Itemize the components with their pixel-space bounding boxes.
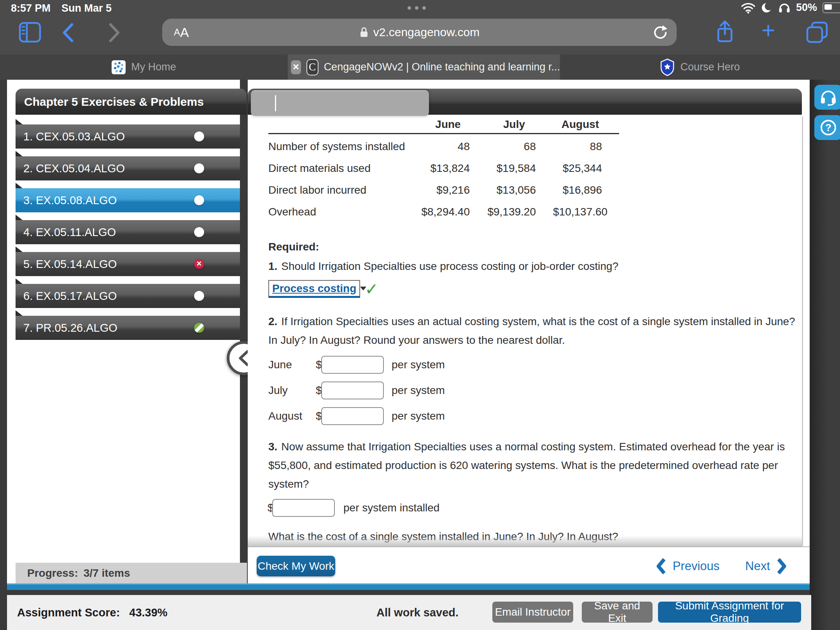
cell-value: 88	[553, 140, 619, 153]
table-row: Number of systems installed 48 68 88	[268, 139, 619, 154]
help-button[interactable]: ?	[814, 115, 840, 140]
item-status-partial-icon	[194, 323, 204, 333]
answer-row-august: August $ per system	[268, 407, 587, 425]
item-status-incorrect-icon	[194, 259, 204, 269]
lock-icon	[359, 26, 369, 38]
reload-button[interactable]	[652, 24, 668, 42]
previous-button[interactable]: Previous	[673, 559, 720, 573]
cell-value: $9,216	[421, 184, 487, 196]
row-label: Number of systems installed	[268, 140, 421, 153]
help-icon: ?	[819, 119, 837, 136]
question-1: 1. Should Irrigation Specialties use pro…	[268, 258, 618, 275]
question-number: 1.	[268, 260, 277, 273]
progress-status: Progress: 3/7 items	[16, 563, 247, 583]
unit-label: per system installed	[343, 502, 439, 514]
sidebar-toggle-icon	[19, 22, 41, 44]
sidebar-item-3-selected[interactable]: 3. EX.05.08.ALGO	[16, 188, 240, 212]
tab-my-home[interactable]: My Home	[0, 54, 288, 80]
back-button[interactable]	[60, 23, 77, 44]
address-bar[interactable]: AA v2.cengagenow.com	[162, 19, 677, 46]
question-2-line2: In July? In August? Round your answers t…	[268, 332, 565, 349]
august-cost-input[interactable]	[321, 407, 384, 425]
cell-value: $8,294.40	[421, 206, 487, 218]
tab-close-button[interactable]: ×	[291, 60, 301, 74]
required-heading: Required:	[268, 238, 319, 256]
assignment-footer: Assignment Score: 43.39% All work saved.…	[7, 595, 811, 630]
action-bar: Check My Work Previous Next	[248, 547, 810, 583]
cell-value: $19,584	[487, 162, 553, 175]
table-row: Direct materials used $13,824 $19,584 $2…	[268, 161, 619, 176]
question-text: Should Irrigation Specialties use proces…	[281, 260, 618, 273]
month-label: June	[268, 359, 316, 371]
item-label: 4. EX.05.11.ALGO	[23, 226, 116, 239]
url-display: v2.cengagenow.com	[162, 19, 677, 46]
email-instructor-button[interactable]: Email Instructor	[492, 602, 573, 623]
scroll-fade	[248, 536, 802, 546]
sidebar-item-1[interactable]: 1. CEX.05.03.ALGO	[16, 124, 240, 149]
forward-button[interactable]	[106, 23, 122, 44]
sidebar-item-2[interactable]: 2. CEX.05.04.ALGO	[16, 156, 240, 180]
tab-strip: My Home × C CengageNOWv2 | Online teachi…	[0, 54, 840, 80]
question-number: 2.	[268, 315, 277, 328]
browser-chrome: 8:57 PM Sun Mar 5 50%	[0, 0, 840, 80]
save-and-exit-button[interactable]: Save and Exit	[582, 602, 653, 623]
q1-answer-dropdown[interactable]: Process costing	[268, 280, 360, 298]
answer-row-june: June $ per system	[268, 356, 587, 374]
item-label: 6. EX.05.17.ALGO	[23, 290, 117, 303]
row-label: Direct materials used	[268, 162, 421, 175]
check-my-work-button[interactable]: Check My Work	[257, 556, 335, 576]
tab-course-hero[interactable]: Course Hero	[560, 54, 840, 80]
forward-icon	[106, 23, 122, 43]
moon-icon	[761, 2, 773, 14]
progress-value: 3/7 items	[84, 567, 130, 579]
support-headset-button[interactable]	[814, 85, 840, 110]
cell-value: $13,056	[487, 184, 553, 196]
next-button[interactable]: Next	[745, 559, 770, 573]
july-cost-input[interactable]	[321, 382, 384, 399]
question-3-line3: system?	[268, 476, 309, 493]
item-status-icon	[194, 227, 204, 237]
plus-icon: +	[761, 17, 775, 43]
new-tab-button[interactable]: +	[761, 19, 775, 42]
back-icon	[60, 23, 77, 43]
tab-label: My Home	[131, 61, 176, 73]
battery-percent: 50%	[796, 2, 817, 14]
column-header: July	[487, 118, 553, 131]
share-button[interactable]	[716, 20, 734, 46]
submit-assignment-button[interactable]: Submit Assignment for Grading	[658, 602, 801, 623]
currency-symbol: $	[316, 410, 321, 422]
june-cost-input[interactable]	[321, 356, 384, 374]
answer-row-rate: $ per system installed	[268, 499, 586, 517]
item-status-icon	[194, 163, 204, 173]
shield-star-icon	[660, 58, 675, 76]
home-favicon	[112, 60, 126, 74]
scrollbar-track[interactable]	[802, 117, 803, 546]
corner-fold-icon	[16, 247, 23, 252]
question-2-line1: 2. If Irrigation Specialties uses an act…	[268, 313, 795, 330]
tab-cengagenow-active[interactable]: × C CengageNOWv2 | Online teaching and l…	[288, 54, 560, 80]
svg-text:?: ?	[825, 122, 831, 133]
cell-value: $25,344	[553, 162, 619, 175]
right-edge-strip: ?	[810, 80, 840, 630]
table-rule	[268, 133, 619, 134]
previous-chevron-icon	[656, 558, 666, 575]
sidebar-toggle-button[interactable]	[19, 22, 41, 45]
sidebar-item-7[interactable]: 7. PR.05.26.ALGO	[16, 316, 240, 340]
tab-overview-button[interactable]	[806, 21, 828, 45]
assignment-sidebar: Chapter 5 Exercises & Problems 1. CEX.05…	[7, 80, 240, 583]
sidebar-item-5[interactable]: 5. EX.05.14.ALGO	[16, 252, 240, 276]
cengage-favicon: C	[306, 59, 318, 75]
overhead-rate-input[interactable]	[272, 499, 335, 517]
save-status: All work saved.	[376, 595, 458, 630]
pager: Previous Next	[656, 556, 786, 576]
redacted-title-box	[251, 90, 429, 116]
question-text: Now assume that Irrigation Specialties u…	[281, 441, 785, 453]
answer-row-july: July $ per system	[268, 382, 587, 399]
sidebar-item-4[interactable]: 4. EX.05.11.ALGO	[16, 220, 240, 244]
dropdown-value: Process costing	[272, 282, 356, 295]
date: Sun Mar 5	[61, 2, 112, 14]
cell-value: $9,139.20	[487, 206, 553, 218]
sidebar-item-6[interactable]: 6. EX.05.17.ALGO	[16, 284, 240, 308]
status-bar-left: 8:57 PM Sun Mar 5	[11, 2, 112, 14]
item-status-icon	[194, 291, 204, 301]
